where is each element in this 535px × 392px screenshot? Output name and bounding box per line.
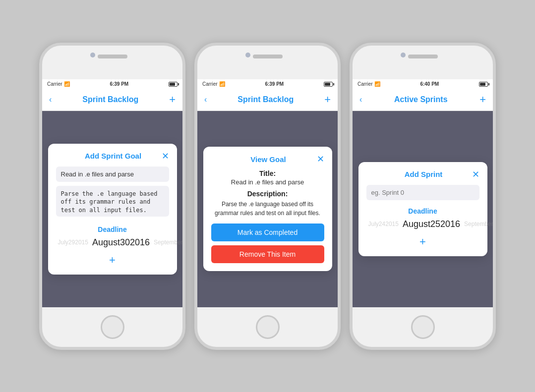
status-left-2: Carrier 📶: [202, 81, 225, 87]
date-prev-year-3: 2015: [385, 221, 401, 227]
modal-close-2[interactable]: ✕: [317, 155, 324, 164]
date-prev-1: July 29 2015: [56, 238, 90, 247]
date-sel-year-3: 2016: [440, 219, 462, 229]
sprint-name-input[interactable]: [366, 185, 479, 200]
title-value-2: Read in .e files and parse: [211, 178, 324, 186]
date-sel-month-3: August: [401, 219, 430, 229]
deadline-label-1: Deadline: [56, 225, 169, 233]
desc-value-2: Parse the .e language based off its gram…: [211, 200, 324, 218]
speaker-2: [253, 55, 283, 58]
date-sel-month-1: August: [90, 237, 120, 248]
status-bar-3: Carrier 📶 6:40 PM: [353, 79, 493, 89]
mark-completed-button[interactable]: Mark as Completed: [211, 224, 324, 241]
nav-title-1: Sprint Backlog: [82, 95, 138, 104]
carrier-label-3: Carrier: [357, 81, 373, 87]
deadline-label-3: Deadline: [366, 207, 479, 215]
modal-title-1: Add Sprint Goal: [65, 152, 162, 160]
wifi-icon-1: 📶: [64, 81, 70, 87]
desc-label-2: Description:: [211, 190, 324, 198]
sprint-goal-desc-input[interactable]: Parse the .e language based off its gram…: [56, 186, 169, 217]
date-prev-month-1: July: [56, 239, 68, 246]
modal-area-3: Add Sprint ✕ Deadline July 24 2015 Augu: [353, 111, 493, 307]
phone-bottom-1: [42, 307, 182, 347]
phone-2: Carrier 📶 6:39 PM ‹ Sprint Backlog + Vie…: [194, 43, 341, 350]
nav-title-2: Sprint Backlog: [238, 95, 294, 104]
sprint-goal-title-input[interactable]: [56, 167, 169, 182]
screen-3: Carrier 📶 6:40 PM ‹ Active Sprints + Add…: [353, 79, 493, 307]
date-prev-day-3: 24: [379, 221, 385, 227]
date-sel-day-1: 30: [120, 237, 130, 248]
status-time-1: 6:39 PM: [110, 81, 128, 87]
phone-3: Carrier 📶 6:40 PM ‹ Active Sprints + Add…: [350, 43, 496, 350]
add-button-3[interactable]: +: [479, 94, 486, 105]
status-left-3: Carrier 📶: [357, 81, 380, 87]
date-next-month-1: September: [152, 239, 182, 246]
modal-header-3: Add Sprint ✕: [366, 170, 479, 179]
modal-header-1: Add Sprint Goal ✕: [56, 152, 169, 161]
add-sprint-button-3[interactable]: +: [366, 235, 479, 248]
home-button-3[interactable]: [411, 315, 435, 339]
status-bar-1: Carrier 📶 6:39 PM: [42, 79, 182, 89]
status-right-1: [169, 82, 178, 87]
date-selected-3: August 25 2016: [401, 218, 462, 230]
date-prev-month-3: July: [366, 221, 379, 227]
home-button-1[interactable]: [101, 315, 124, 339]
modal-title-2: View Goal: [220, 155, 317, 164]
modal-area-1: Add Sprint Goal ✕ Parse the .e language …: [42, 111, 182, 307]
screen-2: Carrier 📶 6:39 PM ‹ Sprint Backlog + Vie…: [197, 79, 338, 307]
date-next-month-3: September: [462, 221, 493, 227]
back-button-2[interactable]: ‹: [204, 95, 207, 104]
date-next-3: September 26 2017: [462, 220, 493, 228]
back-button-1[interactable]: ‹: [49, 95, 52, 104]
status-right-3: [479, 82, 488, 87]
battery-icon-1: [169, 82, 178, 87]
remove-item-button[interactable]: Remove This Item: [211, 245, 324, 263]
add-goal-button-1[interactable]: +: [56, 254, 169, 267]
nav-bar-1: ‹ Sprint Backlog +: [42, 89, 182, 111]
battery-icon-3: [479, 82, 488, 87]
phone-bottom-2: [197, 307, 338, 347]
modal-card-3: Add Sprint ✕ Deadline July 24 2015 Augu: [358, 162, 487, 256]
modal-header-2: View Goal ✕: [211, 155, 324, 164]
camera-icon-1: [90, 53, 95, 57]
add-button-1[interactable]: +: [169, 94, 176, 105]
status-time-3: 6:40 PM: [420, 81, 439, 87]
phone-top-3: [353, 46, 493, 79]
modal-close-1[interactable]: ✕: [162, 152, 169, 161]
date-picker-3[interactable]: July 24 2015 August 25 2016 September 26: [366, 217, 479, 231]
speaker-1: [98, 55, 127, 58]
date-next-1: September 31 2017: [152, 238, 182, 247]
date-sel-year-1: 2016: [130, 237, 152, 248]
carrier-label-1: Carrier: [47, 81, 62, 87]
battery-icon-2: [324, 82, 333, 87]
date-prev-year-1: 2015: [75, 239, 90, 246]
home-button-2[interactable]: [256, 315, 280, 339]
camera-icon-2: [245, 53, 250, 57]
wifi-icon-3: 📶: [374, 81, 380, 87]
back-button-3[interactable]: ‹: [359, 95, 362, 104]
screen-1: Carrier 📶 6:39 PM ‹ Sprint Backlog +: [42, 79, 182, 307]
phone-top-2: [197, 46, 338, 79]
title-label-2: Title:: [211, 169, 324, 177]
status-right-2: [324, 82, 333, 87]
nav-title-3: Active Sprints: [394, 95, 448, 104]
date-sel-day-3: 25: [430, 219, 440, 229]
modal-close-3[interactable]: ✕: [472, 170, 479, 179]
date-prev-3: July 24 2015: [366, 220, 401, 228]
modal-card-1: Add Sprint Goal ✕ Parse the .e language …: [48, 144, 177, 275]
nav-bar-2: ‹ Sprint Backlog +: [197, 89, 338, 111]
phone-bottom-3: [353, 307, 493, 347]
carrier-label-2: Carrier: [202, 81, 218, 87]
wifi-icon-2: 📶: [219, 81, 225, 87]
status-time-2: 6:39 PM: [265, 81, 284, 87]
modal-title-3: Add Sprint: [375, 170, 472, 178]
modal-card-2: View Goal ✕ Title: Read in .e files and …: [203, 147, 332, 271]
phone-1: Carrier 📶 6:39 PM ‹ Sprint Backlog +: [39, 43, 185, 350]
modal-area-2: View Goal ✕ Title: Read in .e files and …: [197, 111, 338, 307]
camera-icon-3: [401, 53, 406, 57]
date-picker-1[interactable]: July 29 2015 August 30 2016 September 31: [56, 235, 169, 250]
speaker-3: [408, 55, 438, 58]
status-bar-2: Carrier 📶 6:39 PM: [197, 79, 338, 89]
phones-container: Carrier 📶 6:39 PM ‹ Sprint Backlog +: [39, 43, 496, 350]
add-button-2[interactable]: +: [324, 94, 331, 105]
